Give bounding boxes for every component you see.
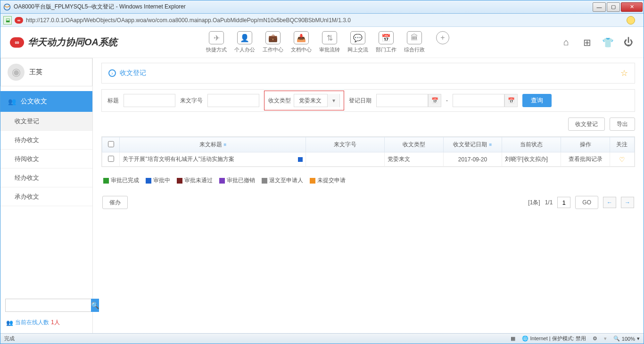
top-nav: ✈快捷方式 👤个人办公 💼工作中心 📥文档中心 ⇅审批流转 💬网上交流 📅部门工… — [202, 31, 457, 53]
nav-workcenter[interactable]: 💼工作中心 — [259, 31, 287, 53]
legend-done-icon — [103, 178, 109, 184]
security-shield-icon[interactable]: ⬓ — [3, 16, 12, 25]
filter-type-dropdown[interactable]: 党委来文 ▾ — [294, 94, 340, 107]
legend-unsubmitted-icon — [310, 178, 315, 184]
sidebar-item-toread[interactable]: 待阅收文 — [0, 150, 92, 168]
user-box[interactable]: ◉ 王英 — [0, 58, 92, 86]
page-input[interactable] — [557, 197, 570, 208]
arrow-bullet-icon: › — [108, 69, 116, 77]
nav-personal[interactable]: 👤个人办公 — [231, 31, 259, 53]
urge-button[interactable]: 催办 — [102, 196, 128, 209]
select-all-checkbox[interactable] — [108, 141, 114, 147]
apps-icon[interactable]: ⊞ — [581, 37, 593, 48]
status-legend: 审批已完成 审批中 审批未通过 审批已撤销 退文至申请人 未提交申请 — [101, 173, 635, 188]
paper-plane-icon: ✈ — [209, 31, 224, 44]
search-button[interactable]: 查询 — [522, 94, 552, 107]
go-button[interactable]: GO — [575, 196, 598, 209]
favorite-star-icon[interactable]: ☆ — [620, 68, 628, 78]
avatar-icon: ◉ — [8, 64, 25, 81]
user-name: 王英 — [29, 68, 42, 76]
plus-icon: + — [436, 31, 449, 44]
sidebar-header[interactable]: 👥 公文收文 — [0, 91, 92, 112]
date-to-input[interactable] — [453, 94, 504, 107]
heart-icon[interactable]: ♡ — [619, 156, 625, 163]
nav-dept[interactable]: 📅部门工作 — [372, 31, 400, 53]
window-maximize-button[interactable]: ▢ — [607, 2, 620, 12]
window-titlebar: OA8000平台版_FPLMYSQL5--收文登记 - Windows Inte… — [0, 0, 644, 14]
calendar-icon[interactable]: 📅 — [504, 94, 518, 107]
export-button[interactable]: 导出 — [610, 117, 635, 131]
page-title-bar: › 收文登记 ☆ — [101, 63, 635, 84]
sidebar: ◉ 王英 👥 公文收文 收文登记 待办收文 待阅收文 经办收文 承办收文 — [0, 58, 93, 333]
address-bar: ⬓ ∞ http://127.0.0.1/OAapp/WebObjects/OA… — [0, 14, 644, 27]
filter-date-to[interactable]: 📅 — [453, 94, 518, 107]
people-icon: 👥 — [6, 319, 13, 326]
table-row[interactable]: 关于开展"培育文明有礼城开人"活动实施方案 党委来文 2017-09-20 刘晓… — [102, 152, 635, 167]
app-logo: ∞ 华天动力协同OA系统 — [10, 36, 117, 49]
flow-icon: ⇅ — [322, 31, 337, 44]
prev-page-button[interactable]: ← — [603, 197, 616, 208]
chat-icon: 💬 — [350, 31, 365, 44]
online-count[interactable]: 👥 当前在线人数 1人 — [5, 317, 88, 328]
nav-doccenter[interactable]: 📥文档中心 — [287, 31, 315, 53]
calendar-icon[interactable]: 📅 — [428, 94, 441, 107]
sidebar-item-undertake[interactable]: 承办收文 — [0, 187, 92, 206]
page-title: 收文登记 — [120, 69, 146, 77]
filter-date-label: 登记日期 — [349, 97, 372, 105]
sidebar-item-register[interactable]: 收文登记 — [0, 112, 92, 131]
inbox-icon: 📥 — [294, 31, 309, 44]
browser-statusbar: 完成 ▦ 🌐 Internet | 保护模式: 禁用 ⚙ ▾ 🔍 100% ▾ — [0, 333, 644, 344]
home-icon[interactable]: ⌂ — [561, 37, 572, 48]
power-icon[interactable]: ⏻ — [623, 37, 634, 48]
window-title: OA8000平台版_FPLMYSQL5--收文登记 - Windows Inte… — [14, 3, 592, 11]
briefcase-icon: 💼 — [265, 31, 281, 44]
protected-mode-icon[interactable]: ⚙ — [593, 336, 597, 342]
filter-docno-input[interactable] — [207, 94, 259, 107]
nav-admin[interactable]: 🏛综合行政 — [400, 31, 429, 53]
page-icon[interactable]: ▦ — [511, 336, 515, 342]
next-page-button[interactable]: → — [621, 197, 634, 208]
compat-view-icon[interactable] — [627, 16, 635, 25]
status-done: 完成 — [4, 335, 15, 342]
legend-pending-icon — [146, 178, 151, 184]
sort-icon[interactable]: ≡ — [489, 142, 492, 147]
filter-title-input[interactable] — [124, 94, 175, 107]
shirt-icon[interactable]: 👕 — [602, 37, 613, 48]
app-header: ∞ 华天动力协同OA系统 ✈快捷方式 👤个人办公 💼工作中心 📥文档中心 ⇅审批… — [0, 27, 644, 58]
legend-returned-icon — [262, 178, 267, 184]
view-log-link[interactable]: 查看批阅记录 — [569, 156, 603, 162]
row-checkbox[interactable] — [108, 156, 114, 162]
sidebar-search-input[interactable] — [5, 299, 91, 312]
page-indicator: 1/1 — [545, 199, 553, 206]
ie-icon — [3, 3, 11, 11]
building-icon: 🏛 — [407, 31, 422, 44]
zoom-icon: 🔍 — [613, 336, 620, 342]
logo-mark-icon: ∞ — [10, 37, 24, 48]
sort-icon[interactable]: ≡ — [224, 142, 227, 147]
nav-online[interactable]: 💬网上交流 — [344, 31, 372, 53]
zoom-control[interactable]: 🔍 100% ▾ — [613, 336, 640, 342]
pager-bar: 催办 [1条] 1/1 GO ← → — [101, 194, 635, 211]
filter-type-highlight: 收文类型 党委来文 ▾ — [264, 91, 344, 110]
record-count: [1条] — [528, 199, 540, 207]
window-minimize-button[interactable]: — — [593, 2, 606, 12]
status-square-icon — [298, 157, 303, 162]
register-button[interactable]: 收文登记 — [568, 117, 605, 131]
nav-shortcut[interactable]: ✈快捷方式 — [202, 31, 231, 53]
nav-add[interactable]: + — [429, 31, 457, 53]
sidebar-item-todo[interactable]: 待办收文 — [0, 131, 92, 150]
window-close-button[interactable]: ✕ — [621, 2, 643, 12]
globe-icon: 🌐 — [522, 336, 528, 341]
person-icon: 👤 — [237, 31, 252, 44]
nav-approval[interactable]: ⇅审批流转 — [315, 31, 344, 53]
sidebar-item-handled[interactable]: 经办收文 — [0, 168, 92, 187]
filter-bar: 标题 来文字号 收文类型 党委来文 ▾ 登记日期 📅 — [101, 89, 635, 112]
date-from-input[interactable] — [376, 94, 428, 107]
url-text[interactable]: http://127.0.0.1/OAapp/WebObjects/OAapp.… — [26, 17, 624, 24]
filter-type-label: 收文类型 — [268, 97, 291, 105]
filter-date-from[interactable]: 📅 — [376, 94, 441, 107]
filter-title-label: 标题 — [107, 97, 119, 105]
legend-revoked-icon — [219, 178, 225, 184]
site-favicon: ∞ — [15, 17, 23, 24]
group-icon: 👥 — [8, 98, 16, 105]
